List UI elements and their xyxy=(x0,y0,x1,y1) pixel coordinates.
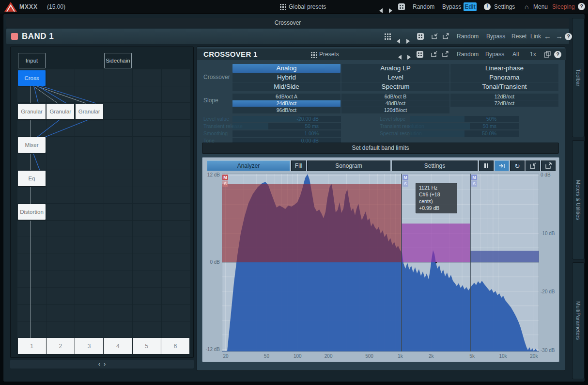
menu-button[interactable]: Menu xyxy=(533,0,548,14)
import-icon[interactable] xyxy=(431,33,438,40)
slope-option-24db-oct[interactable]: 24dB/oct xyxy=(232,100,340,107)
node-eq[interactable]: Eq xyxy=(18,171,46,186)
analyzer-tab-settings[interactable]: Settings xyxy=(392,160,478,171)
random-button[interactable]: Random xyxy=(457,29,479,44)
mid-marker-badge[interactable]: M xyxy=(222,175,228,180)
band-slot-5[interactable]: 5 xyxy=(133,338,161,354)
mid-marker-badge[interactable]: M xyxy=(402,175,408,180)
random-button[interactable]: Random xyxy=(457,48,479,60)
link-button[interactable]: Link xyxy=(530,29,541,44)
band-slot-4[interactable]: 4 xyxy=(104,338,132,354)
export-settings-button[interactable] xyxy=(541,160,556,171)
node-sidechain[interactable]: Sidechain xyxy=(104,53,132,68)
side-marker-badge[interactable]: S xyxy=(402,181,408,187)
spectrum-plot[interactable]: MSMSMS 1121 Hz C#6 (+18 cents) +0.99 dB xyxy=(222,174,539,352)
band-region-1[interactable] xyxy=(222,184,402,262)
sidebar-tab-meters-utilities[interactable]: Meters & Utilities xyxy=(572,140,585,259)
crossover-option-mid-side[interactable]: Mid/Side xyxy=(232,82,340,91)
crossover-option-panorama[interactable]: Panorama xyxy=(450,73,558,82)
band-color-swatch[interactable] xyxy=(11,33,18,40)
grid-icon[interactable] xyxy=(311,52,312,53)
mid-marker-badge[interactable]: M xyxy=(471,175,477,180)
previous-icon[interactable] xyxy=(398,52,402,57)
random-button[interactable]: Random xyxy=(413,0,434,14)
analyzer-tab-analyzer[interactable]: Analyzer xyxy=(207,160,290,171)
band-slot-3[interactable]: 3 xyxy=(75,338,103,354)
home-icon[interactable]: ⌂ xyxy=(525,0,528,14)
scale-button[interactable]: 1x xyxy=(530,48,536,60)
info-icon[interactable]: ! xyxy=(484,3,491,10)
node-input[interactable]: Input xyxy=(18,53,46,68)
crossover-option-tonal-transient[interactable]: Tonal/Transient xyxy=(450,82,558,91)
param-slider-level-slope[interactable]: 50% xyxy=(410,116,519,122)
import-icon[interactable] xyxy=(431,51,438,58)
crossover-option-analog[interactable]: Analog xyxy=(232,64,340,73)
all-button[interactable]: All xyxy=(512,48,519,60)
import-settings-button[interactable] xyxy=(526,160,540,171)
band-slot-1[interactable]: 1 xyxy=(18,338,46,354)
crossover-option-analog-lp[interactable]: Analog LP xyxy=(341,64,449,73)
bypass-button[interactable]: Bypass xyxy=(442,0,461,14)
randomize-dice-icon[interactable] xyxy=(417,51,423,58)
param-slider-spectral-resolution[interactable]: 50.0% xyxy=(410,130,519,137)
slope-option-6db-oct-a[interactable]: 6dB/oct A xyxy=(232,94,340,100)
next-preset-icon[interactable] xyxy=(389,4,392,9)
arrow-right-icon[interactable]: → xyxy=(556,29,563,44)
slope-option-72db-oct[interactable]: 72dB/oct xyxy=(450,100,558,107)
param-slider-transient-release[interactable]: 50 ms xyxy=(232,123,341,129)
slope-option-120db-oct[interactable]: 120dB/oct xyxy=(341,107,449,113)
help-icon[interactable]: ? xyxy=(554,51,561,58)
slope-option-12db-oct[interactable]: 12dB/oct xyxy=(450,94,558,100)
scroll-right-icon[interactable]: › xyxy=(104,360,106,369)
reset-analysis-button[interactable]: ↻ xyxy=(510,160,525,171)
scroll-left-icon[interactable]: ‹ xyxy=(98,360,100,369)
param-slider-smoothing[interactable]: 1.00% xyxy=(232,130,341,137)
node-panel-scrollbar[interactable]: ‹ › xyxy=(10,360,194,369)
slope-option-6db-oct-b[interactable]: 6dB/oct B xyxy=(341,94,449,100)
crossover-option-hybrid[interactable]: Hybrid xyxy=(232,73,340,82)
pause-button[interactable] xyxy=(479,160,494,171)
sidebar-tab-multiparameters[interactable]: MultiParameters xyxy=(572,262,585,379)
export-icon[interactable] xyxy=(442,33,449,40)
settings-button[interactable]: Settings xyxy=(494,0,515,14)
node-granular[interactable]: Granular xyxy=(76,104,103,119)
crossover-option-linear-phase[interactable]: Linear-phase xyxy=(450,64,558,73)
slope-option-96db-oct[interactable]: 96dB/oct xyxy=(232,107,340,113)
analyzer-tab-fill[interactable]: Fill xyxy=(291,160,306,171)
crossover-tab[interactable]: Crossover xyxy=(6,18,569,28)
randomize-dice-icon[interactable] xyxy=(398,3,405,10)
export-icon[interactable] xyxy=(442,51,449,58)
node-granular[interactable]: Granular xyxy=(46,104,74,119)
previous-icon[interactable] xyxy=(397,34,400,39)
param-slider-level-value[interactable]: -20.00 dB xyxy=(232,116,341,122)
previous-preset-icon[interactable] xyxy=(379,4,383,9)
slope-option-48db-oct[interactable]: 48dB/oct xyxy=(341,100,449,107)
bypass-button[interactable]: Bypass xyxy=(485,48,504,60)
randomize-dice-icon[interactable] xyxy=(417,33,424,40)
node-distortion[interactable]: Distortion xyxy=(18,204,46,220)
node-granular[interactable]: Granular xyxy=(18,104,46,119)
param-slider-transient-resolution[interactable]: 50 ms xyxy=(410,123,519,129)
node-mixer[interactable]: Mixer xyxy=(18,137,46,153)
global-presets-button[interactable]: Global presets xyxy=(289,0,326,14)
help-icon[interactable]: ? xyxy=(578,3,585,10)
analyzer-tab-sonogram[interactable]: Sonogram xyxy=(307,160,390,171)
sidebar-tab-toolbar[interactable]: Toolbar xyxy=(572,18,585,137)
next-icon[interactable] xyxy=(407,52,411,57)
reset-button[interactable]: Reset xyxy=(511,29,526,44)
band-region-2[interactable] xyxy=(402,224,470,262)
normalize-button[interactable] xyxy=(495,160,509,171)
band-slot-6[interactable]: 6 xyxy=(161,338,189,354)
crossover-option-level[interactable]: Level xyxy=(341,73,449,82)
band-slot-2[interactable]: 2 xyxy=(46,338,75,354)
detach-window-icon[interactable] xyxy=(544,51,551,58)
side-marker-badge[interactable]: S xyxy=(222,181,228,187)
grid-icon[interactable] xyxy=(385,33,386,35)
sleeping-indicator[interactable]: Sleeping xyxy=(552,0,575,14)
set-default-band-limits-button[interactable]: Set default band limits xyxy=(202,143,559,154)
band-region-3[interactable] xyxy=(470,251,539,262)
crossover-option-spectrum[interactable]: Spectrum xyxy=(341,82,449,91)
help-icon[interactable]: ? xyxy=(565,33,572,40)
arrow-left-icon[interactable]: ← xyxy=(544,29,551,44)
next-icon[interactable] xyxy=(406,34,410,39)
